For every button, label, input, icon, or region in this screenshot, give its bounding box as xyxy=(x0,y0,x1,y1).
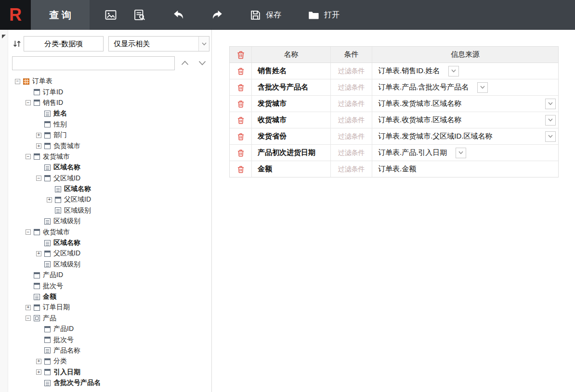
field-icon xyxy=(55,197,61,203)
tree-expander-icon[interactable]: − xyxy=(26,100,31,105)
field-icon xyxy=(44,380,51,386)
source-dropdown[interactable] xyxy=(477,82,488,93)
tree-item-label: 父区域ID xyxy=(64,195,91,204)
tree-item[interactable]: 性别 xyxy=(12,119,211,130)
delete-row-button[interactable] xyxy=(236,83,245,92)
filter-condition-link[interactable]: 过滤条件 xyxy=(338,165,365,174)
tree-item[interactable]: 区域名称 xyxy=(12,162,211,173)
tab-query-label: 查询 xyxy=(49,9,74,22)
source-dropdown[interactable] xyxy=(456,148,466,158)
delete-row-button[interactable] xyxy=(236,132,245,141)
tree-item[interactable]: + 负责城市 xyxy=(12,140,211,151)
tree-item-label: 金额 xyxy=(43,292,56,301)
tree-item[interactable]: + 订单日期 xyxy=(12,302,211,313)
category-dataitem-button[interactable]: 分类-数据项 xyxy=(24,36,104,51)
tree-expander-icon[interactable]: − xyxy=(26,154,31,159)
delete-row-button[interactable] xyxy=(236,149,245,157)
tree-item[interactable]: 批次号 xyxy=(12,280,211,291)
tree-item[interactable]: + 分类 xyxy=(12,356,211,367)
source-dropdown[interactable] xyxy=(448,66,459,76)
tree-item[interactable]: − 销售ID xyxy=(12,98,211,108)
tree-expander-icon[interactable]: + xyxy=(26,305,31,310)
field-icon xyxy=(34,272,40,278)
filter-condition-link[interactable]: 过滤条件 xyxy=(338,149,365,157)
tree-item[interactable]: 姓名 xyxy=(12,108,211,119)
tree-item[interactable]: 区域级别 xyxy=(12,259,211,270)
save-button[interactable]: 保存 xyxy=(244,0,287,30)
search-next-button[interactable] xyxy=(195,56,209,70)
relevance-select-value: 仅显示相关 xyxy=(114,39,150,49)
delete-row-button[interactable] xyxy=(236,165,245,174)
delete-row-button[interactable] xyxy=(236,100,245,108)
tab-query[interactable]: 查询 xyxy=(31,0,90,30)
relevance-select[interactable]: 仅显示相关 xyxy=(108,36,209,51)
filter-condition-link[interactable]: 过滤条件 xyxy=(338,100,365,108)
tree-expander-icon[interactable]: + xyxy=(36,143,41,149)
tree-expander-icon[interactable]: − xyxy=(26,229,31,235)
header-trash-icon[interactable] xyxy=(236,50,246,60)
tree-item[interactable]: − 收货城市 xyxy=(12,227,211,237)
tree-item[interactable]: − 父区域ID xyxy=(12,173,211,184)
tree-expander-icon[interactable]: + xyxy=(36,369,41,375)
tree-item[interactable]: 产品ID xyxy=(12,324,211,334)
chart-view-button[interactable] xyxy=(98,0,123,30)
tree-item[interactable]: 金额 xyxy=(12,291,211,302)
chevron-down-icon xyxy=(198,61,206,65)
tree-item-label: 区域名称 xyxy=(64,185,91,193)
tree-expander-icon[interactable]: − xyxy=(26,316,31,321)
tree-item[interactable]: 区域级别 xyxy=(12,216,211,227)
sidebar-toolbar: 分类-数据项 仅显示相关 xyxy=(10,36,209,51)
filter-condition-link[interactable]: 过滤条件 xyxy=(338,132,365,141)
open-button[interactable]: 打开 xyxy=(301,0,345,30)
tree-item[interactable]: 区域名称 xyxy=(12,238,211,248)
delete-row-button[interactable] xyxy=(236,116,245,125)
filter-condition-link[interactable]: 过滤条件 xyxy=(338,83,365,92)
field-icon xyxy=(34,100,40,106)
tree-item-label: 订单ID xyxy=(43,88,63,97)
tree-expander-icon[interactable]: + xyxy=(36,359,41,364)
tree-item[interactable]: − 订单表 xyxy=(12,76,211,87)
app-logo[interactable]: R xyxy=(0,0,31,30)
sort-icon[interactable] xyxy=(10,39,24,49)
tree-item[interactable]: 产品名称 xyxy=(12,345,211,356)
tree-item-label: 负责城市 xyxy=(53,142,80,151)
chevron-up-icon xyxy=(181,61,189,65)
search-prev-button[interactable] xyxy=(177,56,192,70)
tree-expander-icon[interactable]: + xyxy=(36,251,41,256)
tree-item[interactable]: 区域级别 xyxy=(12,205,211,216)
filter-condition-link[interactable]: 过滤条件 xyxy=(338,116,365,125)
field-icon xyxy=(23,78,29,85)
tree-item[interactable]: 含批次号产品名 xyxy=(12,378,211,388)
tree-item[interactable]: − 发货城市 xyxy=(12,152,211,162)
trash-icon xyxy=(236,132,245,141)
panel-collapse-strip[interactable] xyxy=(0,30,8,392)
source-dropdown[interactable] xyxy=(545,99,556,109)
undo-button[interactable] xyxy=(167,0,191,30)
app-window: R 查询 xyxy=(0,0,575,392)
row-name: 金额 xyxy=(252,161,331,177)
preview-button[interactable] xyxy=(127,0,152,30)
tree-expander-icon[interactable]: + xyxy=(47,197,52,202)
table-row: 销售姓名 过滤条件 订单表.销售ID.姓名 xyxy=(230,63,558,79)
tree-item[interactable]: 批次号 xyxy=(12,334,211,345)
tree-item[interactable]: + 引入日期 xyxy=(12,367,211,378)
tree-item[interactable]: 区域名称 xyxy=(12,184,211,194)
tree-item[interactable]: − 产品 xyxy=(12,313,211,324)
redo-button[interactable] xyxy=(205,0,229,30)
tree-item-label: 含批次号产品名 xyxy=(53,379,101,387)
tree-item[interactable]: 产品ID xyxy=(12,270,211,280)
tree-item[interactable]: 订单ID xyxy=(12,87,211,97)
search-input[interactable] xyxy=(12,56,175,70)
tree-item[interactable]: + 父区域ID xyxy=(12,248,211,259)
source-dropdown[interactable] xyxy=(545,115,556,126)
filter-condition-link[interactable]: 过滤条件 xyxy=(338,67,365,76)
delete-row-button[interactable] xyxy=(236,67,245,76)
tree-item[interactable]: + 父区域ID xyxy=(12,194,211,205)
tree-item[interactable]: + 部门 xyxy=(12,130,211,140)
tree-item-label: 批次号 xyxy=(43,282,63,291)
tree-expander-icon[interactable]: + xyxy=(36,133,41,138)
chevron-down-icon xyxy=(548,118,553,122)
source-dropdown[interactable] xyxy=(545,131,556,142)
tree-expander-icon[interactable]: − xyxy=(15,79,20,84)
tree-expander-icon[interactable]: − xyxy=(36,176,41,181)
